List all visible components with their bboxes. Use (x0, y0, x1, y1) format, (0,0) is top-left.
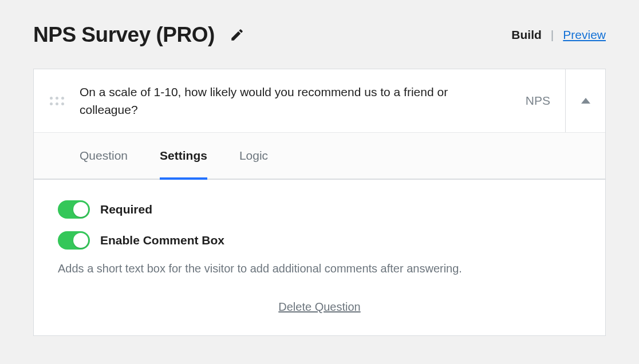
mode-build[interactable]: Build (511, 28, 542, 42)
drag-handle[interactable] (34, 69, 80, 132)
question-text: On a scale of 1-10, how likely would you… (80, 69, 511, 132)
settings-panel: Required Enable Comment Box Adds a short… (34, 180, 605, 335)
tab-question[interactable]: Question (80, 133, 128, 180)
page-header: NPS Survey (PRO) Build | Preview (33, 23, 606, 47)
mode-preview[interactable]: Preview (563, 28, 606, 42)
tab-logic[interactable]: Logic (239, 133, 268, 180)
mode-switch: Build | Preview (511, 28, 606, 42)
question-type-label: NPS (511, 69, 565, 132)
comment-row: Enable Comment Box (58, 231, 581, 250)
drag-icon (50, 97, 64, 105)
delete-row: Delete Question (58, 300, 581, 314)
question-tabs: Question Settings Logic (34, 132, 605, 180)
required-row: Required (58, 200, 581, 219)
survey-title: NPS Survey (PRO) (33, 23, 215, 47)
comment-label: Enable Comment Box (100, 234, 224, 247)
tab-settings[interactable]: Settings (160, 133, 207, 180)
comment-toggle[interactable] (58, 231, 90, 250)
collapse-toggle[interactable] (565, 69, 605, 132)
title-wrap: NPS Survey (PRO) (33, 23, 244, 47)
required-label: Required (100, 203, 152, 216)
edit-title-icon[interactable] (230, 27, 244, 42)
delete-question-link[interactable]: Delete Question (278, 300, 360, 313)
comment-hint: Adds a short text box for the visitor to… (58, 262, 581, 275)
required-toggle[interactable] (58, 200, 90, 219)
chevron-up-icon (581, 98, 590, 104)
question-card: On a scale of 1-10, how likely would you… (33, 69, 606, 336)
mode-divider: | (551, 28, 554, 42)
question-header-row: On a scale of 1-10, how likely would you… (34, 69, 605, 132)
